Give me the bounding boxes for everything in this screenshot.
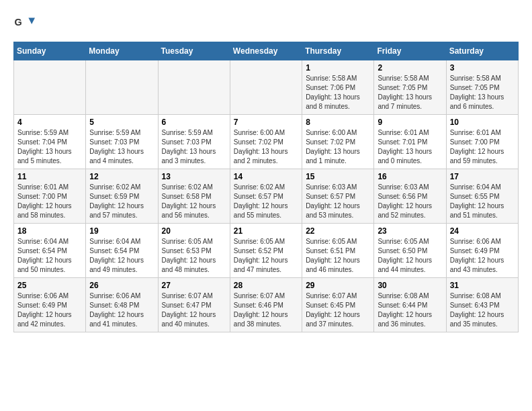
day-number: 24 bbox=[450, 226, 515, 236]
day-number: 17 bbox=[450, 172, 515, 181]
day-number: 1 bbox=[306, 63, 370, 73]
calendar-cell: 12Sunrise: 6:02 AM Sunset: 6:59 PM Dayli… bbox=[86, 169, 158, 224]
day-info: Sunrise: 6:07 AM Sunset: 6:46 PM Dayligh… bbox=[234, 291, 298, 329]
day-info: Sunrise: 6:05 AM Sunset: 6:52 PM Dayligh… bbox=[234, 237, 298, 275]
day-number: 22 bbox=[306, 226, 370, 236]
day-info: Sunrise: 6:08 AM Sunset: 6:44 PM Dayligh… bbox=[378, 291, 442, 329]
day-number: 9 bbox=[378, 118, 442, 127]
calendar-cell: 13Sunrise: 6:02 AM Sunset: 6:58 PM Dayli… bbox=[158, 169, 230, 224]
calendar-cell: 11Sunrise: 6:01 AM Sunset: 7:00 PM Dayli… bbox=[14, 169, 86, 224]
week-row-4: 18Sunrise: 6:04 AM Sunset: 6:54 PM Dayli… bbox=[14, 224, 519, 278]
calendar-cell: 19Sunrise: 6:04 AM Sunset: 6:54 PM Dayli… bbox=[86, 224, 158, 278]
day-info: Sunrise: 6:08 AM Sunset: 6:43 PM Dayligh… bbox=[450, 291, 515, 329]
day-number: 18 bbox=[17, 226, 82, 236]
day-info: Sunrise: 6:04 AM Sunset: 6:55 PM Dayligh… bbox=[450, 183, 515, 220]
day-number: 10 bbox=[450, 118, 515, 127]
calendar-cell: 5Sunrise: 5:59 AM Sunset: 7:03 PM Daylig… bbox=[86, 115, 158, 169]
weekday-thursday: Thursday bbox=[302, 42, 374, 60]
day-number: 8 bbox=[306, 118, 370, 127]
week-row-5: 25Sunrise: 6:06 AM Sunset: 6:49 PM Dayli… bbox=[14, 278, 519, 332]
day-info: Sunrise: 6:00 AM Sunset: 7:02 PM Dayligh… bbox=[306, 128, 370, 166]
day-info: Sunrise: 6:04 AM Sunset: 6:54 PM Dayligh… bbox=[89, 237, 154, 275]
day-number: 15 bbox=[306, 172, 370, 181]
calendar-cell bbox=[230, 60, 302, 115]
calendar-cell: 27Sunrise: 6:07 AM Sunset: 6:47 PM Dayli… bbox=[158, 278, 230, 332]
week-row-2: 4Sunrise: 5:59 AM Sunset: 7:04 PM Daylig… bbox=[14, 115, 519, 169]
logo-icon: G bbox=[13, 13, 35, 35]
day-info: Sunrise: 6:06 AM Sunset: 6:49 PM Dayligh… bbox=[450, 237, 515, 275]
calendar-cell bbox=[14, 60, 86, 115]
day-info: Sunrise: 6:02 AM Sunset: 6:57 PM Dayligh… bbox=[234, 183, 298, 220]
day-info: Sunrise: 6:07 AM Sunset: 6:45 PM Dayligh… bbox=[306, 291, 370, 329]
weekday-saturday: Saturday bbox=[446, 42, 518, 60]
calendar-cell: 25Sunrise: 6:06 AM Sunset: 6:49 PM Dayli… bbox=[14, 278, 86, 332]
calendar-cell: 21Sunrise: 6:05 AM Sunset: 6:52 PM Dayli… bbox=[230, 224, 302, 278]
day-info: Sunrise: 6:05 AM Sunset: 6:53 PM Dayligh… bbox=[162, 237, 226, 275]
logo: G bbox=[13, 13, 38, 35]
page-header: G bbox=[13, 13, 519, 35]
day-number: 14 bbox=[234, 172, 298, 181]
calendar-cell: 20Sunrise: 6:05 AM Sunset: 6:53 PM Dayli… bbox=[158, 224, 230, 278]
day-info: Sunrise: 5:58 AM Sunset: 7:06 PM Dayligh… bbox=[306, 74, 370, 111]
week-row-3: 11Sunrise: 6:01 AM Sunset: 7:00 PM Dayli… bbox=[14, 169, 519, 224]
calendar-cell: 6Sunrise: 5:59 AM Sunset: 7:03 PM Daylig… bbox=[158, 115, 230, 169]
day-info: Sunrise: 5:59 AM Sunset: 7:03 PM Dayligh… bbox=[89, 128, 154, 166]
calendar-cell: 1Sunrise: 5:58 AM Sunset: 7:06 PM Daylig… bbox=[302, 60, 374, 115]
calendar-cell: 4Sunrise: 5:59 AM Sunset: 7:04 PM Daylig… bbox=[14, 115, 86, 169]
calendar-cell: 10Sunrise: 6:01 AM Sunset: 7:00 PM Dayli… bbox=[446, 115, 518, 169]
calendar-cell: 26Sunrise: 6:06 AM Sunset: 6:48 PM Dayli… bbox=[86, 278, 158, 332]
calendar-cell: 17Sunrise: 6:04 AM Sunset: 6:55 PM Dayli… bbox=[446, 169, 518, 224]
day-info: Sunrise: 6:06 AM Sunset: 6:48 PM Dayligh… bbox=[89, 291, 154, 329]
calendar-cell: 14Sunrise: 6:02 AM Sunset: 6:57 PM Dayli… bbox=[230, 169, 302, 224]
calendar-cell: 7Sunrise: 6:00 AM Sunset: 7:02 PM Daylig… bbox=[230, 115, 302, 169]
calendar-cell: 29Sunrise: 6:07 AM Sunset: 6:45 PM Dayli… bbox=[302, 278, 374, 332]
weekday-tuesday: Tuesday bbox=[158, 42, 230, 60]
day-number: 7 bbox=[234, 118, 298, 127]
calendar-cell: 3Sunrise: 5:58 AM Sunset: 7:05 PM Daylig… bbox=[446, 60, 518, 115]
day-number: 2 bbox=[378, 63, 442, 73]
weekday-monday: Monday bbox=[86, 42, 158, 60]
calendar-body: 1Sunrise: 5:58 AM Sunset: 7:06 PM Daylig… bbox=[14, 60, 519, 332]
day-info: Sunrise: 6:00 AM Sunset: 7:02 PM Dayligh… bbox=[234, 128, 298, 166]
day-number: 5 bbox=[89, 118, 154, 127]
weekday-row: SundayMondayTuesdayWednesdayThursdayFrid… bbox=[14, 42, 519, 60]
day-number: 30 bbox=[378, 281, 442, 290]
calendar-header: SundayMondayTuesdayWednesdayThursdayFrid… bbox=[14, 42, 519, 60]
day-number: 4 bbox=[17, 118, 82, 127]
day-number: 19 bbox=[89, 226, 154, 236]
weekday-wednesday: Wednesday bbox=[230, 42, 302, 60]
day-number: 29 bbox=[306, 281, 370, 290]
calendar-cell: 30Sunrise: 6:08 AM Sunset: 6:44 PM Dayli… bbox=[374, 278, 446, 332]
calendar-table: SundayMondayTuesdayWednesdayThursdayFrid… bbox=[13, 42, 519, 332]
day-info: Sunrise: 6:03 AM Sunset: 6:57 PM Dayligh… bbox=[306, 183, 370, 220]
day-info: Sunrise: 6:02 AM Sunset: 6:59 PM Dayligh… bbox=[89, 183, 154, 220]
day-info: Sunrise: 5:59 AM Sunset: 7:04 PM Dayligh… bbox=[17, 128, 82, 166]
weekday-friday: Friday bbox=[374, 42, 446, 60]
svg-text:G: G bbox=[15, 17, 22, 28]
calendar-cell: 18Sunrise: 6:04 AM Sunset: 6:54 PM Dayli… bbox=[14, 224, 86, 278]
day-number: 11 bbox=[17, 172, 82, 181]
day-info: Sunrise: 6:05 AM Sunset: 6:50 PM Dayligh… bbox=[378, 237, 442, 275]
calendar-cell: 28Sunrise: 6:07 AM Sunset: 6:46 PM Dayli… bbox=[230, 278, 302, 332]
day-info: Sunrise: 5:58 AM Sunset: 7:05 PM Dayligh… bbox=[378, 74, 442, 111]
day-number: 3 bbox=[450, 63, 515, 73]
day-number: 26 bbox=[89, 281, 154, 290]
day-info: Sunrise: 5:59 AM Sunset: 7:03 PM Dayligh… bbox=[162, 128, 226, 166]
day-number: 23 bbox=[378, 226, 442, 236]
calendar-cell: 9Sunrise: 6:01 AM Sunset: 7:01 PM Daylig… bbox=[374, 115, 446, 169]
calendar-cell bbox=[158, 60, 230, 115]
day-info: Sunrise: 6:01 AM Sunset: 7:00 PM Dayligh… bbox=[17, 183, 82, 220]
day-number: 6 bbox=[162, 118, 226, 127]
calendar-cell: 23Sunrise: 6:05 AM Sunset: 6:50 PM Dayli… bbox=[374, 224, 446, 278]
day-number: 21 bbox=[234, 226, 298, 236]
calendar-cell: 2Sunrise: 5:58 AM Sunset: 7:05 PM Daylig… bbox=[374, 60, 446, 115]
day-info: Sunrise: 6:03 AM Sunset: 6:56 PM Dayligh… bbox=[378, 183, 442, 220]
day-info: Sunrise: 6:02 AM Sunset: 6:58 PM Dayligh… bbox=[162, 183, 226, 220]
day-number: 13 bbox=[162, 172, 226, 181]
calendar-cell bbox=[86, 60, 158, 115]
calendar-cell: 22Sunrise: 6:05 AM Sunset: 6:51 PM Dayli… bbox=[302, 224, 374, 278]
svg-marker-1 bbox=[28, 17, 35, 24]
day-number: 16 bbox=[378, 172, 442, 181]
day-info: Sunrise: 6:07 AM Sunset: 6:47 PM Dayligh… bbox=[162, 291, 226, 329]
calendar-cell: 24Sunrise: 6:06 AM Sunset: 6:49 PM Dayli… bbox=[446, 224, 518, 278]
